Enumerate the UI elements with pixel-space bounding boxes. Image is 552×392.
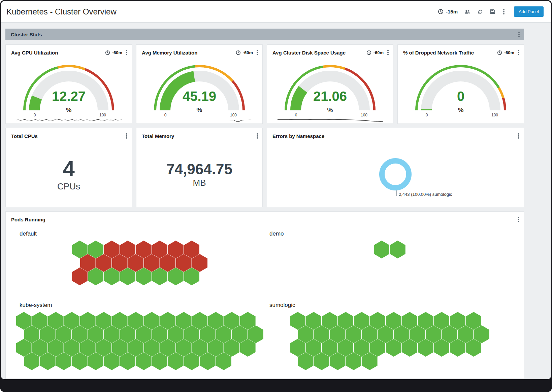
kebab-icon <box>503 11 505 12</box>
panel-kebab-menu[interactable] <box>516 49 521 56</box>
kebab-icon <box>387 52 389 53</box>
gauge-min-label: 0 <box>34 113 36 117</box>
gauge-unit: % <box>66 106 72 113</box>
refresh-icon <box>478 9 483 14</box>
namespace-cell-default: default <box>15 226 265 298</box>
panel-kebab-menu[interactable] <box>516 133 521 139</box>
namespace-cell-kube-system: kube-system <box>15 298 265 370</box>
gauge-min-label: 0 <box>164 113 167 117</box>
clock-icon <box>497 50 502 55</box>
gauge-value: 0 <box>457 89 464 104</box>
kebab-icon <box>257 135 258 137</box>
clock-icon <box>438 9 444 14</box>
panel-kebab-menu[interactable] <box>516 216 521 223</box>
panel-time-range[interactable]: -60m <box>243 50 253 55</box>
pod-hexagon-healthy[interactable] <box>374 241 389 258</box>
gauge-chart[interactable]: 45.19%0100 <box>136 60 262 119</box>
add-panel-button[interactable]: Add Panel <box>514 6 544 17</box>
gauge-ring-orange <box>323 65 346 70</box>
dashboard-time-range-control[interactable]: -15m <box>438 9 458 14</box>
stat-unit: CPUs <box>57 181 80 192</box>
panel-avg-cpu-utilization: Avg CPU Utilization -60m 12.27%0100 <box>5 44 132 124</box>
gauge-ring-orange <box>498 87 504 98</box>
clock-icon <box>105 50 110 55</box>
gauge-sparkline <box>137 117 263 123</box>
panel-kebab-menu[interactable] <box>124 49 129 56</box>
gauge-chart-container: 0%0100 <box>398 60 524 123</box>
panel-avg-cluster-disk-space-usage: Avg Cluster Disk Space Usage -60m 21.06%… <box>267 44 393 124</box>
donut-chart[interactable]: 2,443 (100.00%) sumologic <box>267 143 524 207</box>
namespace-label: sumologic <box>269 302 515 309</box>
panel-time-range[interactable]: -60m <box>374 50 384 55</box>
panel-pods-running: Pods Running default demo kube-system <box>5 211 524 379</box>
gauge-min-label: 0 <box>295 113 297 117</box>
section-header-cluster-stats[interactable]: Cluster Stats <box>5 29 524 40</box>
clock-icon <box>236 50 241 55</box>
kebab-icon <box>518 135 519 137</box>
gauge-chart[interactable]: 0%0100 <box>398 60 524 119</box>
panel-title: Avg CPU Utilization <box>11 49 58 56</box>
honeycomb-chart <box>72 241 207 285</box>
gauge-chart[interactable]: 12.27%0100 <box>6 60 132 119</box>
gauge-sparkline <box>6 117 132 123</box>
kebab-icon <box>126 135 127 137</box>
gauge-max-label: 100 <box>491 113 498 117</box>
pod-hex-row <box>24 325 263 343</box>
page-title: Kubernetes - Cluster Overview <box>6 7 117 16</box>
pod-hex-row <box>374 241 405 258</box>
gauge-value: 21.06 <box>313 89 347 104</box>
dashboard-time-range-label: -15m <box>446 9 458 14</box>
donut-slice-sumologic[interactable] <box>382 161 409 188</box>
honeycomb-chart <box>290 312 489 370</box>
pod-hex-row <box>72 241 207 258</box>
honeycomb-grid: default demo kube-system sumologic <box>6 226 524 373</box>
panel-title: Avg Cluster Disk Space Usage <box>272 49 346 56</box>
header-kebab-menu[interactable] <box>501 8 506 15</box>
share-users-button[interactable] <box>463 8 471 15</box>
gauge-ring-orange <box>57 65 85 70</box>
gauge-unit: % <box>458 106 464 113</box>
namespace-label: kube-system <box>20 302 265 309</box>
users-icon <box>464 9 470 14</box>
stat-value: 74,964.75 <box>166 162 232 177</box>
dashboard-window: Kubernetes - Cluster Overview -15m <box>1 1 551 379</box>
panel-total-memory: Total Memory 74,964.75 MB <box>136 128 263 207</box>
panel-kebab-menu[interactable] <box>124 133 129 139</box>
section-kebab-menu[interactable] <box>517 31 521 38</box>
donut-ring <box>375 154 416 194</box>
honeycomb-chart <box>16 312 264 370</box>
panel-avg-memory-utilization: Avg Memory Utilization -60m 45.19%0100 <box>136 44 263 124</box>
gauge-min-label: 0 <box>426 113 428 117</box>
gauge-chart[interactable]: 21.06%0100 <box>267 60 393 119</box>
panel-title: Total CPUs <box>11 133 38 139</box>
save-button[interactable] <box>489 8 496 15</box>
namespace-label: demo <box>269 230 515 237</box>
refresh-button[interactable] <box>477 8 484 15</box>
stat-unit: MB <box>193 178 206 188</box>
gauge-max-label: 100 <box>99 113 106 117</box>
panel-title: Pods Running <box>11 216 45 222</box>
kebab-icon <box>126 52 127 53</box>
gauge-unit: % <box>327 106 333 113</box>
stat-value: 4 <box>63 158 75 180</box>
gauge-unit: % <box>197 106 202 113</box>
dashboard-header: Kubernetes - Cluster Overview -15m <box>1 1 551 23</box>
gauge-chart-container: 12.27%0100 <box>6 60 132 123</box>
panel-time-range[interactable]: -60m <box>504 50 514 55</box>
gauge-value: 12.27 <box>52 89 86 104</box>
gauge-value: 45.19 <box>183 89 216 104</box>
panel-total-cpus: Total CPUs 4 CPUs <box>5 128 132 207</box>
pod-hexagon-healthy[interactable] <box>390 241 405 258</box>
panel-title: Avg Memory Utilization <box>142 49 197 56</box>
panel-kebab-menu[interactable] <box>255 133 260 139</box>
pod-hex-row <box>24 352 263 370</box>
gauge-max-label: 100 <box>230 113 237 117</box>
kebab-icon <box>518 219 519 220</box>
panel-time-range[interactable]: -60m <box>112 50 122 55</box>
panel-kebab-menu[interactable] <box>255 49 260 56</box>
panel-kebab-menu[interactable] <box>386 49 390 56</box>
panel-title: Errors by Namespace <box>272 133 324 139</box>
save-icon <box>490 9 495 14</box>
panel-dropped-network-traffic: % of Dropped Network Traffic -60m 0%0100 <box>397 44 524 124</box>
panel-title: % of Dropped Network Traffic <box>403 49 474 56</box>
